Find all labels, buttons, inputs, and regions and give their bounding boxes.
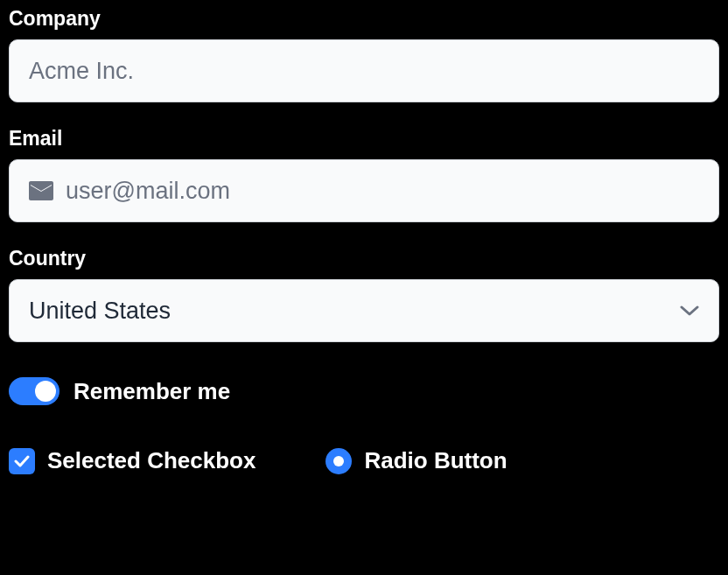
remember-me-label: Remember me bbox=[74, 378, 230, 405]
email-input-wrap bbox=[9, 159, 719, 222]
radio-button[interactable] bbox=[326, 448, 352, 474]
company-input[interactable] bbox=[29, 58, 699, 85]
company-label: Company bbox=[9, 7, 719, 31]
checkbox-option: Selected Checkbox bbox=[9, 447, 256, 474]
chevron-down-icon bbox=[680, 305, 699, 317]
country-field-group: Country United States bbox=[9, 247, 719, 342]
country-select[interactable]: United States bbox=[9, 279, 719, 342]
toggle-knob bbox=[35, 381, 56, 402]
radio-option: Radio Button bbox=[326, 447, 507, 474]
radio-label: Radio Button bbox=[364, 447, 507, 474]
country-label: Country bbox=[9, 247, 719, 270]
checkbox-label: Selected Checkbox bbox=[47, 447, 256, 474]
country-selected-value: United States bbox=[29, 298, 171, 325]
radio-dot bbox=[333, 456, 344, 466]
email-input[interactable] bbox=[66, 178, 699, 205]
remember-me-toggle[interactable] bbox=[9, 377, 60, 405]
selected-checkbox[interactable] bbox=[9, 448, 35, 474]
email-field-group: Email bbox=[9, 127, 719, 222]
company-field-group: Company bbox=[9, 7, 719, 102]
mail-icon bbox=[29, 181, 53, 200]
options-row: Selected Checkbox Radio Button bbox=[9, 447, 719, 474]
company-input-wrap bbox=[9, 39, 719, 102]
remember-me-row: Remember me bbox=[9, 377, 719, 405]
email-label: Email bbox=[9, 127, 719, 151]
